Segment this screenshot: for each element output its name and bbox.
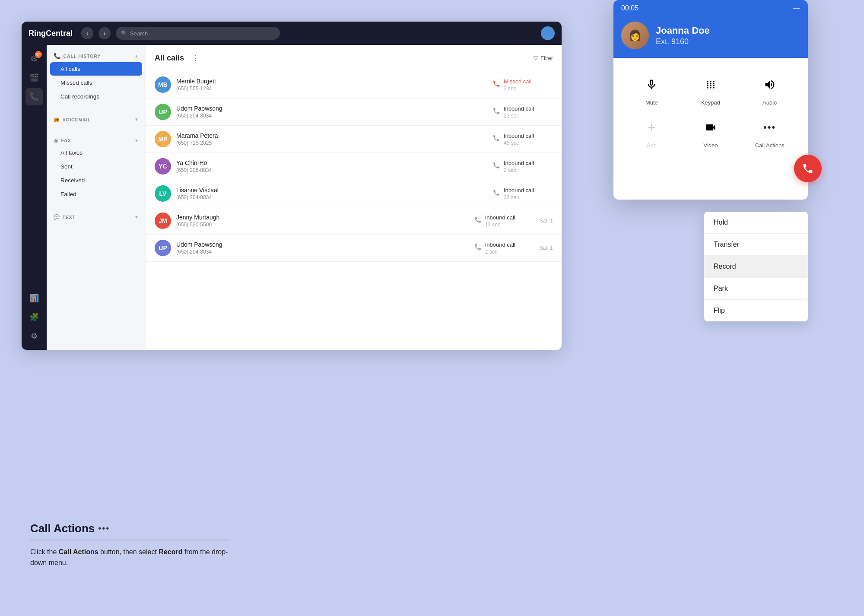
call-name: Merrile Burgett bbox=[176, 78, 487, 85]
avatar: MP bbox=[155, 131, 171, 147]
guide-panel: Call Actions ••• Click the Call Actions … bbox=[22, 509, 238, 581]
call-type-text: Inbound call bbox=[504, 187, 534, 194]
table-row[interactable]: UP Udom Paowsong (650) 204-8034 Inbound … bbox=[146, 98, 562, 126]
fax-header[interactable]: 🖨 FAX ▼ bbox=[47, 135, 146, 146]
call-contact-name: Joanna Doe bbox=[656, 25, 710, 36]
svg-point-11 bbox=[713, 87, 715, 89]
call-info: Merrile Burgett (650) 555-1234 bbox=[176, 78, 487, 92]
phone-small-icon: 📞 bbox=[54, 53, 61, 59]
table-row[interactable]: LV Lisanne Viscaal (650) 204-8034 Inboun… bbox=[146, 180, 562, 207]
rail-item-messages[interactable]: ✉ 64 bbox=[25, 50, 43, 67]
sidebar-item-sent[interactable]: Sent bbox=[50, 160, 142, 173]
call-duration: 23 sec bbox=[504, 113, 534, 119]
call-info: Ya Chin-Ho (650) 206-8034 bbox=[176, 159, 487, 173]
rail-item-settings[interactable]: ⚙ bbox=[25, 327, 43, 345]
sidebar-item-call-recordings[interactable]: Call recordings bbox=[50, 90, 142, 103]
chevron-down-icon: ▼ bbox=[134, 117, 139, 122]
call-timer: 00:05 bbox=[621, 4, 638, 12]
call-type-area: Missed call 2 sec bbox=[492, 78, 553, 92]
svg-point-10 bbox=[710, 87, 712, 89]
call-info: Udom Paowsong (650) 204-8034 bbox=[176, 105, 487, 119]
call-type-info: Inbound call 2 sec bbox=[485, 241, 515, 255]
call-type-area: Inbound call 2 sec bbox=[474, 241, 534, 255]
avatar: UP bbox=[155, 240, 171, 256]
add-label: Add bbox=[647, 142, 657, 149]
keypad-button[interactable]: Keypad bbox=[681, 68, 740, 111]
call-info: Jenny Murtaugh (650) 520-5500 bbox=[176, 214, 469, 228]
keypad-label: Keypad bbox=[701, 99, 720, 106]
call-type-text: Inbound call bbox=[485, 241, 515, 248]
svg-point-7 bbox=[710, 85, 712, 87]
fax-section: 🖨 FAX ▼ All faxes Sent Received Failed bbox=[47, 130, 146, 206]
sidebar-item-failed[interactable]: Failed bbox=[50, 187, 142, 201]
avatar: YC bbox=[155, 158, 171, 175]
call-type-info: Inbound call 22 sec bbox=[504, 187, 534, 200]
call-type-text: Inbound call bbox=[485, 214, 515, 221]
svg-point-9 bbox=[707, 87, 708, 89]
call-history-header[interactable]: 📞 CALL HISTORY ▲ bbox=[47, 50, 146, 62]
dropdown-item-park[interactable]: Park bbox=[704, 278, 808, 300]
chevron-down-text-icon: ▼ bbox=[134, 215, 139, 219]
rail-item-apps[interactable]: 🧩 bbox=[25, 308, 43, 326]
end-call-button[interactable] bbox=[794, 155, 822, 182]
dropdown-item-record[interactable]: Record bbox=[704, 256, 808, 278]
call-duration: 2 sec bbox=[485, 249, 515, 255]
call-history-section: 📞 CALL HISTORY ▲ All calls Missed calls … bbox=[47, 45, 146, 109]
nav-back-button[interactable]: ‹ bbox=[81, 27, 93, 39]
mute-label: Mute bbox=[645, 99, 658, 106]
table-row[interactable]: MP Marama Petera (650) 715-2025 Inbound … bbox=[146, 126, 562, 153]
chevron-up-icon: ▲ bbox=[134, 54, 139, 58]
call-name: Udom Paowsong bbox=[176, 105, 487, 112]
guide-title-row: Call Actions ••• bbox=[30, 522, 229, 535]
dropdown-item-hold[interactable]: Hold bbox=[704, 212, 808, 234]
call-actions-label: Call Actions bbox=[755, 142, 785, 149]
mute-button[interactable]: Mute bbox=[622, 68, 681, 111]
rail-item-analytics[interactable]: 📊 bbox=[25, 289, 43, 307]
phone-icon: 📞 bbox=[29, 92, 39, 102]
call-contact-ext: Ext. 9160 bbox=[656, 37, 710, 46]
sidebar-item-all-calls[interactable]: All calls bbox=[50, 62, 142, 76]
app-body: ✉ 64 🎬 📞 📊 🧩 ⚙ � bbox=[22, 45, 562, 350]
video-button[interactable]: Video bbox=[681, 111, 740, 154]
call-info: Udom Paowsong (650) 204-8034 bbox=[176, 241, 469, 255]
table-row[interactable]: MB Merrile Burgett (650) 555-1234 Missed… bbox=[146, 71, 562, 98]
nav-forward-button[interactable]: › bbox=[98, 27, 111, 39]
svg-point-1 bbox=[710, 81, 712, 83]
more-options-button[interactable]: ⋮ bbox=[189, 52, 201, 64]
minimize-button[interactable]: — bbox=[793, 4, 800, 12]
end-call-icon bbox=[802, 162, 814, 175]
sidebar-item-received[interactable]: Received bbox=[50, 174, 142, 187]
call-date: Sat, 1 bbox=[540, 245, 553, 251]
dropdown-menu: Hold Transfer Record Park Flip bbox=[704, 212, 808, 321]
add-button[interactable]: + Add bbox=[622, 111, 681, 154]
table-row[interactable]: JM Jenny Murtaugh (650) 520-5500 Inbound… bbox=[146, 207, 562, 235]
svg-point-3 bbox=[707, 83, 708, 85]
app-logo: RingCentral bbox=[29, 29, 73, 38]
audio-icon bbox=[759, 73, 781, 96]
dropdown-item-flip[interactable]: Flip bbox=[704, 300, 808, 321]
call-timer-bar: 00:05 — bbox=[613, 0, 808, 16]
audio-button[interactable]: Audio bbox=[740, 68, 799, 111]
svg-point-4 bbox=[710, 83, 712, 85]
search-bar: 🔍 bbox=[116, 27, 280, 40]
call-duration: 2 sec bbox=[504, 86, 531, 92]
user-avatar[interactable] bbox=[541, 26, 555, 40]
text-icon: 💬 bbox=[54, 214, 60, 220]
table-row[interactable]: UP Udom Paowsong (650) 204-8034 Inbound … bbox=[146, 235, 562, 262]
text-header[interactable]: 💬 TEXT ▼ bbox=[47, 212, 146, 222]
call-type-text: Missed call bbox=[504, 78, 531, 85]
rail-item-phone[interactable]: 📞 bbox=[25, 88, 43, 105]
call-name: Marama Petera bbox=[176, 132, 487, 139]
call-number: (650) 204-8034 bbox=[176, 113, 487, 119]
rail-item-video[interactable]: 🎬 bbox=[25, 69, 43, 86]
filter-button[interactable]: ▽ Filter bbox=[534, 55, 553, 61]
search-input[interactable] bbox=[130, 30, 275, 37]
search-icon: 🔍 bbox=[121, 30, 127, 36]
analytics-icon: 📊 bbox=[29, 293, 39, 303]
table-row[interactable]: YC Ya Chin-Ho (650) 206-8034 Inbound cal… bbox=[146, 153, 562, 180]
sidebar-item-all-faxes[interactable]: All faxes bbox=[50, 146, 142, 159]
dropdown-item-transfer[interactable]: Transfer bbox=[704, 234, 808, 256]
voicemail-header[interactable]: 📻 VOICEMAIL ▼ bbox=[47, 114, 146, 125]
call-actions-button[interactable]: ••• Call Actions bbox=[740, 111, 799, 154]
sidebar-item-missed-calls[interactable]: Missed calls bbox=[50, 76, 142, 89]
